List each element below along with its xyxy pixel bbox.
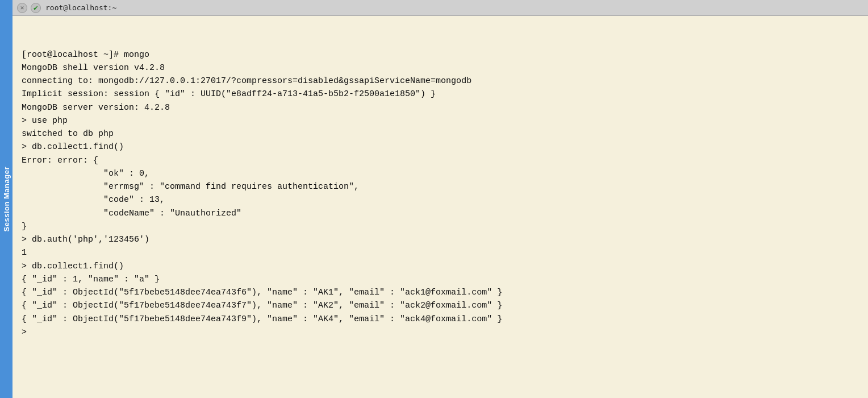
terminal-line: MongoDB shell version v4.2.8 <box>22 61 859 74</box>
terminal-line: { "_id" : ObjectId("5f17bebe5148dee74ea7… <box>22 299 859 312</box>
session-manager-sidebar: Session Manager <box>0 0 12 398</box>
close-button[interactable]: ✕ <box>17 3 27 13</box>
window-title: root@localhost:~ <box>45 3 116 12</box>
terminal-line: "errmsg" : "command find requires authen… <box>22 180 859 193</box>
terminal-line: > <box>22 326 859 339</box>
check-icon: ✔ <box>34 3 38 12</box>
terminal-line: { "_id" : ObjectId("5f17bebe5148dee74ea7… <box>22 286 859 299</box>
terminal-line: > db.collect1.find() <box>22 140 859 154</box>
title-bar: ✕ ✔ root@localhost:~ <box>12 0 868 16</box>
terminal-line: { "_id" : 1, "name" : "a" } <box>22 273 859 286</box>
terminal-line: [root@localhost ~]# mongo <box>22 48 859 61</box>
terminal-line: MongoDB server version: 4.2.8 <box>22 101 859 114</box>
terminal-line: { "_id" : ObjectId("5f17bebe5148dee74ea7… <box>22 313 859 326</box>
terminal-line: Implicit session: session { "id" : UUID(… <box>22 88 859 101</box>
terminal-wrapper: ✕ ✔ root@localhost:~ [root@localhost ~]#… <box>12 0 868 398</box>
close-icon: ✕ <box>20 4 24 11</box>
terminal-line: Error: error: { <box>22 154 859 167</box>
terminal-line: "code" : 13, <box>22 193 859 206</box>
terminal-line: 1 <box>22 246 859 259</box>
terminal-line: > use php <box>22 114 859 127</box>
terminal-content[interactable]: [root@localhost ~]# mongoMongoDB shell v… <box>12 16 868 398</box>
terminal-line: > db.collect1.find() <box>22 260 859 273</box>
terminal-line: switched to db php <box>22 127 859 140</box>
terminal-line: "codeName" : "Unauthorized" <box>22 207 859 220</box>
terminal-line: "ok" : 0, <box>22 167 859 180</box>
terminal-line: connecting to: mongodb://127.0.0.1:27017… <box>22 74 859 88</box>
terminal-line: } <box>22 220 859 233</box>
check-button[interactable]: ✔ <box>31 3 41 13</box>
terminal-line: > db.auth('php','123456') <box>22 233 859 246</box>
session-manager-label: Session Manager <box>2 167 11 231</box>
